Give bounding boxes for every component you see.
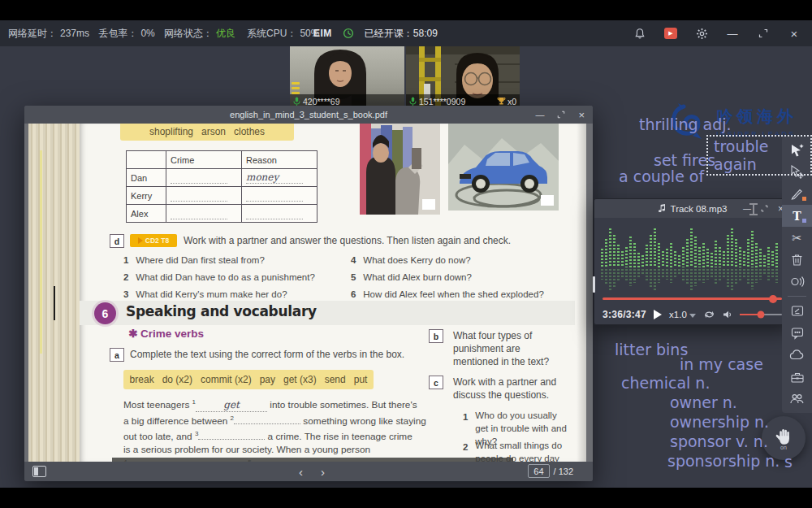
- annotation-word[interactable]: chemical n.: [621, 374, 710, 392]
- exercise-b-text: What four types of punishment are mentio…: [453, 329, 554, 368]
- latency-label: 网络延时：: [8, 27, 57, 41]
- cloze-paragraph: Most teenagers 1get into trouble sometim…: [123, 396, 426, 462]
- trophy-count: x0: [508, 97, 516, 106]
- wordbox-crimes: shoplifting arson clothes: [120, 124, 294, 141]
- annotation-word[interactable]: set fires: [654, 151, 715, 169]
- progress-bar[interactable]: [603, 297, 782, 300]
- chevron-down-icon: [689, 314, 696, 318]
- whiteboard-icon[interactable]: [782, 300, 812, 322]
- audio-player-window: Track 08.mp3 — × 3:36/3:47 x1.0: [594, 198, 791, 325]
- annotation-word-selected[interactable]: trouble again: [706, 135, 812, 176]
- annotation-stroke: [54, 286, 55, 320]
- teacher-id: 420****69: [303, 97, 340, 106]
- trash-icon[interactable]: [782, 249, 812, 271]
- current-page-input[interactable]: 64: [528, 464, 549, 478]
- pdf-close-button[interactable]: ×: [578, 109, 585, 121]
- volume-icon[interactable]: [723, 310, 732, 319]
- thumbnails-toggle-icon[interactable]: [32, 466, 46, 477]
- volume-slider[interactable]: [740, 314, 782, 315]
- trophy-icon: [497, 97, 506, 106]
- text-tool-icon[interactable]: T: [782, 205, 812, 227]
- annotation-word[interactable]: s: [784, 453, 793, 471]
- text-cursor-icon: [749, 203, 758, 215]
- class-status: EIM 已经开课：58:09: [313, 20, 438, 46]
- annotation-word[interactable]: litter bins: [615, 341, 688, 358]
- fullscreen-button[interactable]: [757, 27, 770, 40]
- mic-icon: [293, 97, 300, 106]
- speed-selector[interactable]: x1.0: [669, 310, 696, 319]
- shoplifting-illustration: [360, 124, 440, 215]
- question-1: 1 Where did Dan first steal from?: [123, 252, 265, 267]
- pdf-title: english_in_mind_3_student_s_book.pdf: [230, 110, 387, 119]
- hand-button-label: on: [780, 445, 787, 450]
- pdf-fullscreen-button[interactable]: [557, 111, 565, 119]
- section-title: Speaking and vocabulary: [126, 303, 317, 319]
- pen-tool-icon[interactable]: [782, 183, 812, 205]
- app-top-bar: 网络延时：237ms 丢包率：0% 网络状态： 优良 系统CPU：50% EIM…: [0, 20, 812, 46]
- minimize-button[interactable]: —: [726, 27, 739, 40]
- pdf-footer-bar: ‹ › 64 / 132: [24, 462, 593, 481]
- audio-fullscreen-button[interactable]: [761, 205, 768, 212]
- audio-title: Track 08.mp3: [671, 204, 728, 214]
- exercise-c-label: c: [429, 376, 443, 389]
- player-drag-handle[interactable]: [593, 276, 595, 293]
- mic-icon: [409, 97, 417, 106]
- annotation-word[interactable]: thrilling adj.: [639, 115, 732, 133]
- annotation-toolbar: T ✂: [782, 136, 812, 413]
- loss-value: 0%: [140, 28, 154, 39]
- teacher-video[interactable]: 420****69: [290, 46, 404, 108]
- toolbox-icon[interactable]: [782, 366, 812, 388]
- play-button[interactable]: [654, 310, 662, 319]
- toolbar-divider: [788, 296, 806, 297]
- student-video[interactable]: 151****0909 x0: [406, 46, 520, 108]
- loss-label: 丢包率：: [98, 27, 137, 41]
- table-row: Kerry: [127, 187, 317, 205]
- volume-knob[interactable]: [757, 311, 764, 319]
- prev-page-button[interactable]: ‹: [299, 465, 303, 479]
- question-4: 4 What does Kerry do now?: [351, 252, 471, 267]
- col-reason: Reason: [242, 151, 317, 169]
- annotation-word[interactable]: owner n.: [670, 393, 737, 411]
- annotation-word[interactable]: a couple of: [619, 167, 704, 185]
- net-status-label: 网络状态：: [164, 27, 213, 41]
- pdf-title-bar[interactable]: english_in_mind_3_student_s_book.pdf — ×: [24, 106, 593, 124]
- exercise-d-label: d: [110, 234, 124, 248]
- main-area: 420****69: [0, 46, 812, 488]
- audio-title-bar[interactable]: Track 08.mp3 — ×: [594, 199, 790, 218]
- question-5: 5 What did Alex burn down?: [351, 269, 472, 284]
- student-id: 151****0909: [419, 97, 465, 106]
- class-timer: 已经开课：58:09: [365, 27, 438, 41]
- wordbox-verbs: break do (x2) commit (x2) pay get (x3) s…: [123, 370, 374, 389]
- picture-label: [422, 199, 435, 210]
- ripple-broadcast-icon[interactable]: [782, 271, 812, 293]
- pdf-page-view[interactable]: shoplifting arson clothes: [24, 124, 593, 462]
- section-number-badge: 6: [94, 302, 116, 324]
- cloud-icon[interactable]: [782, 344, 812, 366]
- time-display: 3:36/3:47: [603, 309, 646, 320]
- exercise-a-label: a: [110, 348, 124, 362]
- loop-icon[interactable]: [703, 310, 715, 319]
- pdf-minimize-button[interactable]: —: [535, 110, 544, 119]
- clock-icon: [343, 28, 354, 39]
- scissors-icon[interactable]: ✂: [782, 227, 812, 249]
- annotation-word[interactable]: sponsorship n.: [667, 452, 780, 470]
- annotation-word[interactable]: sponsor v. n.: [670, 432, 768, 450]
- cpu-label: 系统CPU：: [247, 27, 296, 41]
- close-button[interactable]: ×: [788, 27, 801, 40]
- net-status-value: 优良: [216, 27, 235, 41]
- chat-icon[interactable]: [782, 322, 812, 344]
- annotation-word[interactable]: in my case: [680, 355, 763, 373]
- record-icon[interactable]: ▶: [664, 27, 677, 40]
- table-row: Alex: [127, 205, 317, 223]
- progress-knob[interactable]: [769, 295, 777, 303]
- question-3: 3 What did Kerry's mum make her do?: [123, 286, 287, 301]
- bell-icon[interactable]: [633, 27, 646, 40]
- participants-icon[interactable]: [782, 388, 812, 410]
- book-page: shoplifting arson clothes: [80, 124, 586, 462]
- annotation-word[interactable]: ownership n.: [670, 413, 769, 431]
- audio-track-tag: CD2 T8: [130, 234, 177, 247]
- crime-table: Crime Reason Dan money Kerry: [126, 150, 317, 223]
- settings-gear-icon[interactable]: [695, 27, 708, 40]
- question-6: 6 How did Alex feel when the shed explod…: [351, 286, 544, 301]
- next-page-button[interactable]: ›: [321, 465, 325, 479]
